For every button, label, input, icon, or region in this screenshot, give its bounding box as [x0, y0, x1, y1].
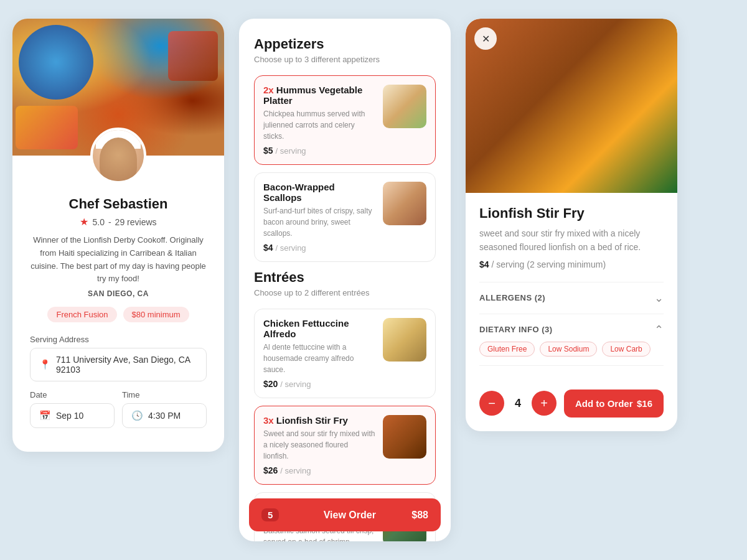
alfredo-price: $20 / serving: [263, 379, 375, 389]
hummus-price: $5 / serving: [263, 146, 375, 156]
dietary-chevron-icon: ⌃: [654, 323, 664, 337]
chef-tags: French Fusion $80 minimum: [30, 307, 207, 322]
appetizers-section: Appetizers Choose up to 3 different appe…: [254, 36, 436, 262]
increase-qty-button[interactable]: +: [532, 391, 557, 416]
add-order-price: $16: [637, 398, 652, 409]
menu-item-lionstir[interactable]: 3x Lionfish Stir Fry Sweet and sour stir…: [254, 406, 436, 485]
date-label: Date: [30, 390, 115, 399]
date-input[interactable]: 📅 Sep 10: [30, 403, 115, 428]
item-desc: sweet and sour stir fry mixed with a nic…: [479, 226, 664, 254]
serving-address-value: 711 University Ave, San Diego, CA 92103: [56, 355, 197, 375]
order-count: 5: [261, 508, 279, 521]
review-count: 29 reviews: [115, 217, 157, 227]
diet-tag-carb: Low Carb: [602, 342, 650, 357]
dietary-row[interactable]: DIETARY INFO (3) ⌃: [479, 314, 664, 342]
decrease-qty-button[interactable]: −: [479, 391, 504, 416]
item-price: $4 / serving (2 serving minimum): [479, 259, 664, 269]
serving-address-group: Serving Address 📍 711 University Ave, Sa…: [30, 335, 207, 381]
location-icon: 📍: [39, 359, 51, 370]
time-group: Time 🕓 4:30 PM: [122, 390, 207, 428]
rating-value: 5.0: [92, 217, 104, 227]
allergens-label: ALLERGENS (2): [479, 293, 545, 302]
dietary-label: DIETARY INFO (3): [479, 325, 553, 334]
item-name: Lionfish Stir Fry: [479, 205, 664, 222]
scallops-price: $4 / serving: [263, 243, 375, 253]
chef-rating: ★ 5.0 - 29 reviews: [30, 216, 207, 228]
appetizers-title: Appetizers: [254, 36, 436, 52]
date-value: Sep 10: [56, 411, 83, 421]
order-total-price: $88: [411, 510, 428, 521]
quantity-value: 4: [512, 397, 524, 410]
view-order-button[interactable]: 5 View Order $88: [249, 498, 441, 531]
time-label: Time: [122, 390, 207, 399]
appetizers-sub: Choose up to 3 different appetizers: [254, 55, 436, 64]
entrees-title: Entrées: [254, 269, 436, 286]
allergens-chevron-icon: ⌄: [654, 291, 664, 305]
hummus-name: 2x Hummus Vegetable Platter: [263, 85, 375, 106]
menu-item-scallops[interactable]: Bacon-Wrapped Scallops Surf-and-turf bit…: [254, 172, 436, 262]
alfredo-image: [383, 318, 426, 362]
chef-avatar: [90, 128, 146, 184]
dietary-tags: Gluten Free Low Sodium Low Carb: [479, 342, 664, 366]
view-order-label: View Order: [288, 510, 411, 521]
item-hero-image: ✕: [466, 19, 677, 193]
time-input[interactable]: 🕓 4:30 PM: [122, 403, 207, 428]
menu-item-hummus[interactable]: 2x Hummus Vegetable Platter Chickpea hum…: [254, 75, 436, 165]
hummus-desc: Chickpea hummus served with julienned ca…: [263, 108, 375, 142]
allergens-row[interactable]: ALLERGENS (2) ⌄: [479, 282, 664, 314]
menu-item-alfredo[interactable]: Chicken Fettuccine Alfredo Al dente fett…: [254, 309, 436, 398]
scallops-image: [383, 182, 426, 225]
diet-tag-gluten: Gluten Free: [479, 342, 535, 357]
hummus-image: [383, 85, 426, 128]
alfredo-name: Chicken Fettuccine Alfredo: [263, 318, 375, 339]
entrees-sub: Choose up to 2 different entrées: [254, 288, 436, 297]
lionstir-image: [383, 415, 426, 459]
date-group: Date 📅 Sep 10: [30, 390, 115, 428]
close-button[interactable]: ✕: [474, 27, 497, 50]
minimum-tag: $80 minimum: [123, 307, 189, 322]
serving-address-label: Serving Address: [30, 335, 207, 344]
clock-icon: 🕓: [131, 410, 143, 421]
chef-profile-panel: Chef Sebastien ★ 5.0 - 29 reviews Winner…: [12, 19, 224, 452]
chef-name: Chef Sebastien: [30, 196, 207, 212]
lionstir-price: $26 / serving: [263, 465, 375, 475]
diet-tag-sodium: Low Sodium: [540, 342, 597, 357]
menu-panel: Appetizers Choose up to 3 different appe…: [239, 19, 451, 541]
chef-location: SAN DIEGO, CA: [30, 289, 207, 298]
add-to-order-button[interactable]: Add to Order $16: [564, 390, 664, 418]
star-icon: ★: [80, 216, 88, 228]
chef-bio: Winner of the Lionfish Derby Cookoff. Or…: [30, 234, 207, 286]
lionstir-name: 3x Lionfish Stir Fry: [263, 415, 375, 426]
scallops-desc: Surf-and-turf bites of crispy, salty bac…: [263, 205, 375, 239]
cuisine-tag: French Fusion: [47, 307, 116, 322]
item-footer: − 4 + Add to Order $16: [466, 378, 677, 431]
serving-address-input[interactable]: 📍 711 University Ave, San Diego, CA 9210…: [30, 348, 207, 381]
alfredo-desc: Al dente fettuccine with a housemade cre…: [263, 342, 375, 375]
item-detail-panel: ✕ Lionfish Stir Fry sweet and sour stir …: [466, 19, 677, 431]
add-order-label: Add to Order: [575, 398, 633, 409]
time-value: 4:30 PM: [148, 411, 181, 421]
calendar-icon: 📅: [39, 410, 51, 421]
scallops-name: Bacon-Wrapped Scallops: [263, 182, 375, 203]
close-icon: ✕: [482, 33, 490, 45]
lionstir-desc: Sweet and sour stir fry mixed with a nic…: [263, 428, 375, 462]
